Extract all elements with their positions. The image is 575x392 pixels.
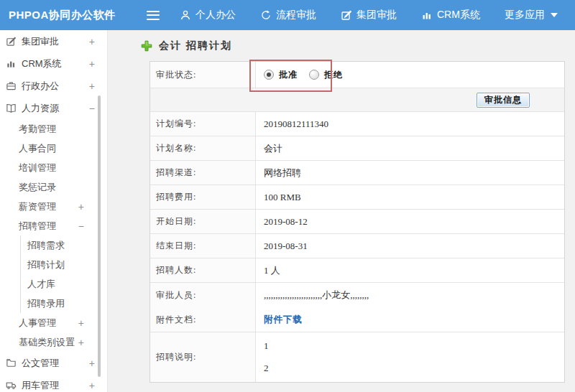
app-logo: PHPOA协同办公软件 (0, 9, 137, 22)
sidebar-item-crm-system[interactable]: CRM系统+ (0, 52, 107, 75)
field-label: 开始日期: (150, 210, 256, 233)
table-row: 招聘人数:1 人 (150, 258, 564, 283)
expand-plus-icon[interactable]: + (78, 337, 84, 347)
sidebar-item-recruit-hire[interactable]: 招聘录用 (20, 294, 107, 313)
chart-icon (6, 58, 18, 69)
table-row-actions: 审批信息 (150, 88, 564, 112)
sidebar-item-label: 人事合同 (19, 142, 56, 155)
sidebar-item-label: 招聘计划 (27, 258, 65, 271)
nav-item-label: 集团审批 (356, 9, 397, 22)
sidebar-item-basic-category[interactable]: 基础类别设置+ (0, 332, 107, 352)
sidebar-item-label: 行政办公 (22, 80, 59, 93)
table-row: 招聘费用:100 RMB (150, 185, 564, 210)
expand-plus-icon[interactable]: + (89, 381, 95, 391)
field-label: 结束日期: (150, 234, 256, 258)
nav-item-label: 更多应用 (505, 9, 545, 22)
sidebar-item-talent-pool[interactable]: 人才库 (20, 274, 107, 294)
person-icon (180, 9, 191, 21)
table-row-description: 招聘说明: 1 2 (150, 332, 564, 382)
collapse-minus-icon[interactable]: − (78, 221, 84, 231)
sidebar-item-group-approval[interactable]: 集团审批+ (0, 30, 107, 52)
radio-reject[interactable]: 拒绝 (309, 69, 343, 81)
field-value: 批准 拒绝 (256, 62, 564, 88)
sidebar-item-attendance-mgmt[interactable]: 考勤管理 (0, 119, 107, 139)
sidebar-item-label: 人事管理 (19, 317, 56, 330)
doc-icon (6, 358, 18, 368)
sidebar-item-recruit-demand[interactable]: 招聘需求 (20, 235, 107, 255)
field-value: 附件下载 (256, 307, 564, 332)
sidebar-item-document-mgmt[interactable]: 公文管理+ (0, 352, 107, 374)
sidebar-item-label: 人力资源 (22, 102, 59, 115)
nav-item-group-approval[interactable]: 集团审批 (341, 9, 397, 22)
radio-reject-icon[interactable] (309, 70, 319, 80)
collapse-minus-icon[interactable]: − (89, 103, 95, 113)
top-navigation: 个人办公 流程审批 集团审批 CRM系统 更多应用 (180, 9, 558, 22)
sidebar-item-hr-contract[interactable]: 人事合同 (0, 139, 107, 158)
sidebar-item-label: CRM系统 (22, 57, 62, 70)
field-label: 招聘说明: (150, 332, 256, 382)
sidebar-item-label: 培训管理 (19, 162, 56, 174)
table-row: 计划名称:会计 (150, 136, 564, 161)
description-line: 1 (264, 340, 269, 352)
table-row-approval-status: 审批状态: 批准 拒绝 (150, 62, 564, 88)
sidebar-item-recruit-plan[interactable]: 招聘计划 (20, 255, 107, 274)
nav-item-more-apps[interactable]: 更多应用 (505, 9, 558, 22)
table-row: 开始日期:2019-08-12 (150, 210, 564, 234)
field-label: 审批人员: (150, 283, 256, 307)
table-row: 结束日期:2019-08-31 (150, 234, 564, 258)
top-header: PHPOA协同办公软件 个人办公 流程审批 集团审批 CRM系统 (0, 0, 575, 30)
caret-down-icon (551, 13, 558, 17)
flow-approval-icon (260, 9, 272, 21)
attachment-download-link[interactable]: 附件下载 (264, 314, 303, 326)
sidebar-item-vehicle-mgmt[interactable]: 用车管理+ (0, 374, 107, 392)
table-row: 招聘渠道:网络招聘 (150, 161, 564, 185)
expand-plus-icon[interactable]: + (78, 318, 84, 328)
radio-reject-label: 拒绝 (324, 69, 343, 81)
nav-item-workflow-approval[interactable]: 流程审批 (260, 9, 316, 22)
sidebar-scrollbar[interactable] (98, 95, 101, 377)
field-value: 1 人 (256, 258, 564, 282)
sidebar-item-label: 招聘管理 (19, 220, 56, 233)
sidebar-item-personnel-mgmt[interactable]: 人事管理+ (0, 313, 107, 332)
field-value: 网络招聘 (256, 161, 564, 185)
nav-item-crm-system[interactable]: CRM系统 (421, 9, 480, 22)
field-value: 20190812111340 (256, 112, 564, 136)
sidebar-item-human-resources[interactable]: 人力资源− (0, 97, 107, 119)
field-label: 计划编号: (150, 112, 256, 136)
field-label: 审批状态: (150, 62, 256, 88)
sidebar-item-recruit-mgmt[interactable]: 招聘管理− (0, 216, 107, 235)
sidebar-item-training-mgmt[interactable]: 培训管理 (0, 158, 107, 177)
recruitment-plan-detail-table: 审批状态: 批准 拒绝 审批信息 计划编号:20190812111340计划名称… (150, 61, 565, 383)
add-plus-icon[interactable] (141, 40, 152, 52)
expand-plus-icon[interactable]: + (89, 37, 95, 47)
radio-approve[interactable]: 批准 (264, 69, 298, 81)
field-value: 会计 (256, 136, 564, 160)
expand-plus-icon[interactable]: + (78, 202, 84, 212)
sidebar-item-reward-records[interactable]: 奖惩记录 (0, 177, 107, 197)
edit-square-icon (6, 36, 18, 47)
field-value: 2019-08-12 (256, 210, 564, 233)
main-content: 会计 招聘计划 审批状态: 批准 拒绝 审批信息 计划编号:2019081211… (108, 30, 575, 392)
sidebar-item-admin-office[interactable]: 行政办公+ (0, 75, 107, 97)
sidebar-item-salary-mgmt[interactable]: 薪资管理+ (0, 197, 107, 216)
field-label: 招聘渠道: (150, 161, 256, 185)
sidebar: 集团审批+CRM系统+行政办公+人力资源−考勤管理人事合同培训管理奖惩记录薪资管… (0, 30, 108, 392)
briefcase-icon (6, 80, 18, 91)
truck-icon (6, 380, 18, 391)
page-title: 会计 招聘计划 (159, 39, 232, 52)
field-label: 计划名称: (150, 136, 256, 160)
radio-approve-label: 批准 (279, 69, 298, 81)
field-label: 招聘人数: (150, 258, 256, 282)
book-icon (6, 103, 18, 113)
approval-info-button[interactable]: 审批信息 (477, 93, 530, 108)
nav-item-label: 流程审批 (276, 9, 316, 22)
sidebar-item-label: 薪资管理 (19, 200, 56, 213)
nav-item-personal-office[interactable]: 个人办公 (180, 9, 236, 22)
hamburger-menu-icon[interactable] (147, 11, 160, 20)
sidebar-item-label: 集团审批 (22, 35, 59, 48)
expand-plus-icon[interactable]: + (89, 59, 95, 69)
expand-plus-icon[interactable]: + (89, 358, 95, 368)
radio-approve-icon[interactable] (264, 70, 274, 80)
description-line: 2 (264, 363, 269, 374)
expand-plus-icon[interactable]: + (89, 81, 95, 91)
